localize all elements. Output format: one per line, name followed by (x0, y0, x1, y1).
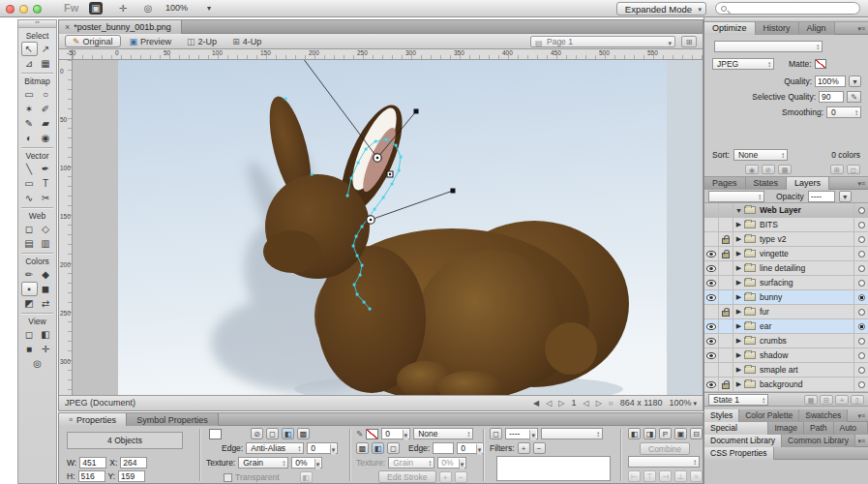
stroke-plus-button[interactable]: + (439, 471, 452, 483)
fill-gradient-button[interactable]: ◧ (282, 428, 294, 439)
mask-button-4[interactable]: ▣ (674, 428, 687, 439)
transparency-palette-button[interactable]: ⊘ (762, 165, 775, 174)
vertical-ruler[interactable]: 050100150200250300 (59, 60, 73, 395)
polygon-hotspot-tool[interactable]: ◇ (38, 222, 54, 236)
tab-2up[interactable]: ◫ 2-Up (180, 35, 224, 47)
tab-states[interactable]: States (746, 177, 788, 190)
layer-select-radio[interactable] (853, 276, 868, 290)
lock-toggle[interactable] (719, 319, 733, 334)
mask-button-3[interactable]: P (659, 428, 672, 439)
tab-css-properties[interactable]: CSS Properties (704, 447, 774, 460)
fill-texture-combo[interactable]: Grain (238, 457, 288, 469)
expand-icon[interactable]: ▶ (733, 351, 744, 359)
sort-combo[interactable]: None (733, 149, 788, 161)
align-button-1[interactable]: ⊢ (628, 470, 641, 482)
swap-colors-tool[interactable]: ⇄ (38, 296, 54, 311)
stroke-color-swatch[interactable] (366, 429, 378, 439)
quality-field[interactable] (815, 76, 846, 87)
standard-screen-tool[interactable]: ◻ (21, 327, 38, 342)
visibility-toggle[interactable] (704, 305, 719, 319)
visibility-toggle[interactable] (704, 276, 719, 290)
layer-select-radio[interactable] (853, 334, 868, 348)
x-field[interactable] (120, 457, 147, 469)
zoom-level-field[interactable]: 100% (161, 2, 205, 15)
layer-row-fur[interactable]: ▶fur (704, 305, 868, 319)
scale-tool[interactable]: ⊿ (21, 56, 38, 71)
tab-align[interactable]: Align (799, 22, 835, 35)
align-button-4[interactable]: ⊥ (674, 470, 687, 482)
combine-button[interactable]: Combine (640, 442, 690, 455)
lock-toggle[interactable] (719, 305, 733, 319)
tab-document-library[interactable]: Document Library (704, 435, 782, 447)
marquee-tool[interactable]: ▭ (21, 87, 38, 102)
layer-select-radio[interactable] (853, 305, 868, 319)
fill-pattern-button[interactable]: ▩ (297, 428, 310, 439)
blend-icon-button[interactable]: ◻ (490, 428, 502, 439)
expand-icon[interactable]: ▶ (733, 235, 744, 243)
add-filter-button[interactable]: + (518, 442, 530, 454)
layer-name[interactable]: surfacing (760, 278, 853, 287)
zoom-level-dropdown-icon[interactable]: ▾ (207, 4, 211, 13)
minimize-window-button[interactable] (19, 5, 28, 14)
layer-row-surfacing[interactable]: ▶surfacing (704, 276, 868, 290)
visibility-toggle[interactable] (704, 203, 719, 218)
align-button-3[interactable]: ⊣ (659, 470, 672, 482)
lock-toggle[interactable] (719, 378, 733, 392)
layer-name[interactable]: line detailing (760, 263, 853, 273)
tab-pages[interactable]: Pages (704, 177, 746, 190)
fill-edge-amount[interactable]: 0 (307, 442, 338, 454)
layer-opacity-field[interactable] (808, 191, 835, 202)
tab-history[interactable]: History (756, 22, 799, 35)
pen-tool[interactable]: ✒ (38, 162, 54, 176)
horizontal-ruler[interactable]: -50050100150200250300350400450500550 (73, 49, 703, 60)
fill-color-tool[interactable]: ◼ (38, 282, 54, 296)
visibility-toggle[interactable] (704, 363, 719, 378)
visibility-toggle[interactable] (704, 290, 719, 305)
layer-select-radio[interactable] (853, 363, 868, 378)
layer-select-radio[interactable] (853, 290, 868, 305)
lock-toggle[interactable] (719, 218, 733, 232)
align-button-2[interactable]: ⊤ (644, 470, 656, 482)
matte-swatch[interactable] (815, 59, 826, 69)
paint-bucket-tool[interactable]: ◆ (38, 267, 54, 282)
palette-options-button[interactable]: ◻ (847, 165, 860, 174)
tab-symbol-properties[interactable]: Symbol Properties (127, 413, 219, 426)
layer-name[interactable]: background (760, 379, 853, 389)
expand-icon[interactable]: ▶ (733, 293, 744, 301)
knife-tool[interactable]: ✂ (38, 191, 54, 205)
collapse-icon[interactable]: ▼ (733, 207, 744, 214)
layer-select-radio[interactable] (853, 348, 868, 363)
expand-icon[interactable]: ▶ (733, 337, 744, 345)
loop-button[interactable]: ○ (609, 399, 614, 408)
next-page-button[interactable]: ▷ (558, 399, 564, 408)
slice-tool[interactable]: ▤ (21, 236, 38, 251)
blur-tool[interactable]: ◐ (21, 131, 38, 145)
visibility-toggle[interactable] (704, 218, 719, 232)
tab-properties[interactable]: ≡ Properties (59, 413, 127, 426)
hand-tool-icon[interactable]: ✛ (114, 2, 132, 15)
mask-button-2[interactable]: ◨ (644, 428, 656, 439)
layer-select-radio[interactable] (853, 261, 868, 276)
fill-none-button[interactable]: ⊘ (251, 428, 263, 439)
y-field[interactable] (118, 470, 145, 482)
rectangle-hotspot-tool[interactable]: ◻ (21, 222, 38, 236)
lock-toggle[interactable] (719, 203, 733, 218)
search-input[interactable] (715, 2, 860, 15)
layer-select-radio[interactable] (853, 247, 868, 261)
line-tool[interactable]: ╲ (21, 162, 38, 176)
panel-menu-icon[interactable]: ▾≡ (857, 180, 865, 188)
rebuild-palette-button[interactable]: ⊞ (830, 165, 844, 174)
prev-page-button[interactable]: ◁ (546, 399, 552, 408)
tab-color-palette[interactable]: Color Palette (739, 409, 799, 422)
layer-name[interactable]: smaple art (760, 365, 853, 375)
new-layer-button[interactable]: + (835, 395, 849, 405)
state-selector[interactable]: State 1 (708, 394, 768, 406)
magic-wand-tool[interactable]: ✶ (21, 102, 38, 116)
fill-options-button[interactable]: ◧ (300, 471, 313, 483)
prev-state-button[interactable]: ◁ (583, 399, 588, 408)
stroke-edge-amount[interactable]: 0 (457, 442, 484, 454)
lock-toggle[interactable] (719, 276, 733, 290)
layer-row-crumbs[interactable]: ▶crumbs (704, 334, 868, 348)
expand-icon[interactable]: ▶ (733, 322, 744, 330)
expand-icon[interactable]: ▶ (733, 221, 744, 228)
